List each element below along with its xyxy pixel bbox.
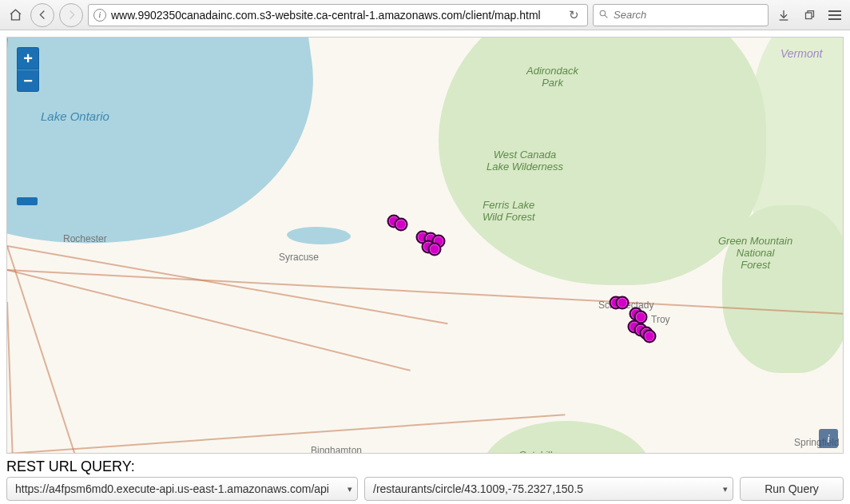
lake-ontario-label: Lake Ontario: [41, 109, 109, 123]
city-label-syracuse: Syracuse: [279, 252, 319, 263]
city-label-troy: Troy: [651, 314, 670, 325]
map-marker[interactable]: [643, 330, 657, 343]
city-label-binghamton: Binghamton: [311, 445, 362, 454]
url-bar[interactable]: i ↻: [88, 4, 588, 26]
svg-rect-1: [805, 13, 812, 19]
map-marker[interactable]: [616, 296, 630, 310]
zoom-out-button[interactable]: −: [17, 69, 39, 92]
region-label-gmnf: Green MountainNationalForest: [718, 236, 792, 272]
query-row: https://a4fpsm6md0.execute-api.us-east-1…: [6, 477, 844, 501]
map-marker[interactable]: [428, 243, 442, 256]
region-label-adirondack: AdirondackPark: [526, 65, 578, 89]
url-input[interactable]: [111, 9, 561, 22]
attribution-button[interactable]: i: [819, 429, 838, 448]
region-label-west_canada: West CanadaLake Wilderness: [487, 149, 563, 173]
query-label: REST URL QUERY:: [6, 458, 844, 475]
road: [7, 414, 565, 454]
back-button[interactable]: [30, 3, 54, 27]
zoom-control: + −: [17, 47, 39, 92]
road: [7, 269, 411, 371]
path-select[interactable]: /restaurants/circle/43.1009,-75.2327,150…: [364, 477, 733, 501]
base-url-select[interactable]: https://a4fpsm6md0.execute-api.us-east-1…: [6, 477, 358, 501]
region-label-catskill: Catskill: [518, 450, 552, 454]
green-mountain-nf-shape: [722, 205, 844, 373]
restore-window-icon[interactable]: [799, 4, 820, 26]
home-icon[interactable]: [5, 4, 26, 26]
page-body: Lake Ontario AdirondackParkWest CanadaLa…: [0, 30, 850, 504]
road: [7, 269, 844, 315]
lake-ontario-shape: [6, 37, 333, 275]
region-label-vermont: Vermont: [780, 47, 822, 60]
chevron-down-icon: ▾: [348, 484, 352, 494]
region-label-ferris: Ferris LakeWild Forest: [483, 200, 535, 224]
search-icon: [598, 9, 609, 22]
menu-icon[interactable]: [824, 4, 845, 26]
search-bar[interactable]: [593, 4, 769, 26]
reload-icon[interactable]: ↻: [566, 8, 582, 22]
search-input[interactable]: [614, 9, 763, 21]
forward-button: [59, 3, 83, 27]
downloads-icon[interactable]: [773, 4, 794, 26]
road: [6, 302, 18, 454]
svg-point-0: [600, 10, 606, 16]
zoom-in-button[interactable]: +: [17, 47, 39, 69]
chevron-down-icon: ▾: [723, 484, 728, 494]
run-query-button[interactable]: Run Query: [740, 477, 844, 501]
road: [6, 246, 112, 454]
city-label-rochester: Rochester: [63, 233, 107, 244]
oneida-lake-shape: [287, 227, 351, 244]
zoom-slider-handle[interactable]: [17, 197, 38, 205]
base-url-value: https://a4fpsm6md0.execute-api.us-east-1…: [15, 482, 329, 495]
catskill-shape: [483, 421, 650, 454]
path-value: /restaurants/circle/43.1009,-75.2327,150…: [373, 482, 583, 495]
map-marker[interactable]: [395, 218, 408, 232]
site-info-icon[interactable]: i: [93, 9, 106, 22]
browser-chrome: i ↻: [0, 0, 850, 30]
map-canvas[interactable]: Lake Ontario AdirondackParkWest CanadaLa…: [6, 37, 844, 454]
